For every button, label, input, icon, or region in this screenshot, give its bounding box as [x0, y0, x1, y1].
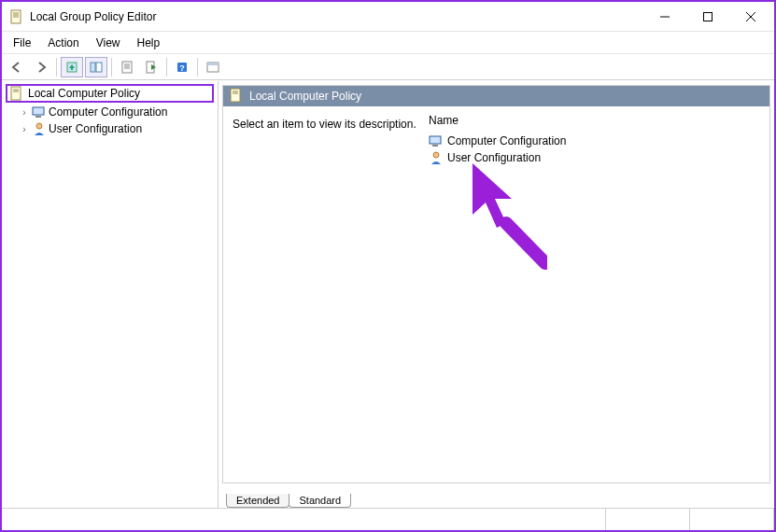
svg-rect-9 [91, 63, 95, 72]
export-button[interactable] [140, 57, 162, 77]
tree-node-computer-config[interactable]: › Computer Configuration [2, 104, 218, 120]
close-button[interactable] [729, 3, 772, 31]
toolbar-separator [56, 58, 57, 77]
detail-heading: Local Computer Policy [249, 90, 361, 103]
status-cell [690, 509, 774, 530]
svg-rect-26 [231, 89, 240, 102]
svg-rect-20 [11, 87, 21, 100]
maximize-button[interactable] [686, 3, 729, 31]
description-hint: Select an item to view its description. [233, 118, 416, 131]
app-window: Local Group Policy Editor File Action Vi… [0, 0, 776, 532]
menubar: File Action View Help [2, 32, 774, 54]
tab-strip: Extended Standard [219, 487, 774, 508]
window-title: Local Group Policy Editor [30, 10, 156, 23]
content-area: Local Computer Policy › Computer Configu… [2, 80, 774, 508]
tab-standard[interactable]: Standard [289, 494, 351, 508]
menu-file[interactable]: File [6, 35, 38, 51]
svg-rect-19 [207, 63, 219, 65]
menu-help[interactable]: Help [130, 35, 168, 51]
toolbar-separator [166, 58, 167, 77]
titlebar: Local Group Policy Editor [2, 2, 774, 32]
tree-node-user-config[interactable]: › User Configuration [2, 120, 218, 137]
svg-rect-5 [704, 12, 713, 21]
detail-pane: Local Computer Policy Select an item to … [219, 81, 774, 508]
svg-rect-11 [122, 62, 132, 73]
items-list: Name Computer Configuration [429, 114, 760, 475]
tree-pane: Local Computer Policy › Computer Configu… [2, 81, 219, 508]
description-panel: Select an item to view its description. [233, 114, 419, 475]
forward-button[interactable] [30, 57, 52, 77]
filter-button[interactable] [202, 57, 224, 77]
svg-rect-24 [35, 116, 41, 118]
toolbar: ? [2, 54, 774, 80]
user-icon [429, 150, 444, 165]
back-button[interactable] [6, 57, 28, 77]
policy-icon [229, 88, 244, 105]
tree-node-label: User Configuration [49, 122, 142, 135]
detail-header: Local Computer Policy [223, 86, 769, 106]
menu-action[interactable]: Action [40, 35, 86, 51]
chevron-right-icon: › [19, 124, 30, 134]
list-item-label: Computer Configuration [447, 134, 566, 147]
toolbar-separator [197, 58, 198, 77]
tree-node-label: Computer Configuration [49, 105, 167, 119]
tree-root-label: Local Computer Policy [28, 87, 140, 100]
properties-button[interactable] [116, 57, 138, 77]
svg-text:?: ? [179, 63, 185, 72]
list-item-label: User Configuration [447, 151, 541, 164]
list-item-computer-config[interactable]: Computer Configuration [429, 133, 760, 149]
statusbar [2, 508, 774, 530]
tab-extended[interactable]: Extended [226, 494, 289, 508]
svg-rect-23 [33, 107, 44, 115]
app-icon [9, 9, 24, 24]
toolbar-separator [111, 58, 112, 77]
tree-root-node[interactable]: Local Computer Policy [6, 84, 214, 103]
svg-rect-29 [430, 136, 441, 144]
help-toolbar-button[interactable]: ? [171, 57, 193, 77]
minimize-button[interactable] [643, 3, 686, 31]
up-button[interactable] [61, 57, 83, 77]
status-cell [606, 509, 690, 530]
svg-point-31 [433, 152, 439, 158]
show-hide-tree-button[interactable] [85, 57, 107, 77]
policy-icon [9, 86, 24, 101]
svg-rect-10 [96, 63, 102, 72]
menu-view[interactable]: View [89, 35, 128, 51]
chevron-right-icon: › [19, 107, 30, 118]
svg-point-25 [36, 123, 42, 129]
status-cell [2, 509, 606, 530]
user-icon [32, 121, 47, 136]
computer-icon [429, 133, 444, 148]
computer-icon [32, 105, 47, 119]
list-item-user-config[interactable]: User Configuration [429, 149, 760, 166]
column-header-name[interactable]: Name [429, 114, 760, 127]
svg-rect-30 [432, 145, 438, 147]
